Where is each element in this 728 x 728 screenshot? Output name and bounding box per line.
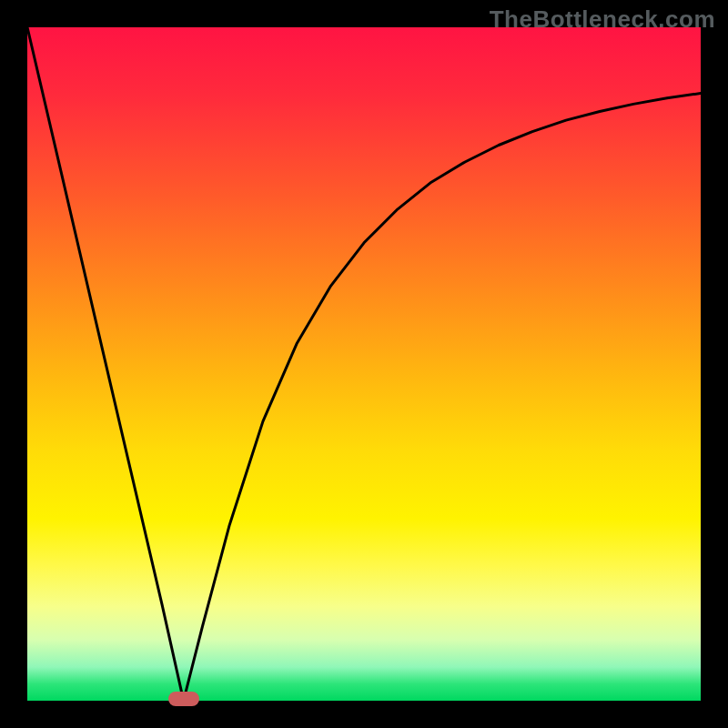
plot-area: [27, 27, 701, 701]
watermark-text: TheBottleneck.com: [490, 5, 715, 34]
minimum-marker: [168, 692, 199, 706]
chart-container: TheBottleneck.com: [0, 0, 728, 728]
bottleneck-curve: [27, 27, 701, 701]
